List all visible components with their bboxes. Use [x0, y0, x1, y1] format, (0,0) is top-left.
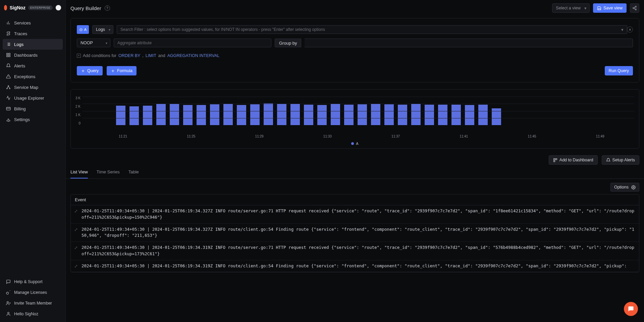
nav-item-dashboards[interactable]: Dashboards: [3, 50, 63, 60]
add-query-button[interactable]: Query: [77, 66, 103, 75]
bar[interactable]: [156, 104, 166, 125]
expand-icon[interactable]: ⤢: [74, 227, 78, 232]
bar[interactable]: [411, 104, 421, 125]
tab-time-series[interactable]: Time Series: [97, 169, 120, 178]
card-icon: [6, 106, 11, 111]
add-formula-button[interactable]: Formula: [107, 66, 137, 75]
query-row-2: NOOP Group by: [77, 39, 633, 47]
bar[interactable]: [317, 105, 327, 125]
bar[interactable]: [237, 105, 246, 125]
group-by-input[interactable]: [305, 39, 633, 47]
bar[interactable]: [451, 105, 461, 125]
svg-point-4: [9, 32, 10, 33]
eye-icon: [79, 28, 83, 32]
bar[interactable]: [478, 105, 488, 125]
stage-badge[interactable]: A: [77, 25, 89, 34]
bar[interactable]: [210, 104, 219, 125]
y-tick: 2 K: [75, 105, 80, 108]
gear-icon: [631, 185, 636, 190]
nav-item-alerts[interactable]: Alerts: [3, 60, 63, 71]
filter-input[interactable]: [117, 25, 627, 34]
chat-launcher[interactable]: [624, 302, 638, 316]
clear-query-button[interactable]: ✕: [627, 26, 633, 33]
nav-label: Manage Licenses: [14, 290, 47, 295]
svg-point-41: [633, 186, 634, 187]
setup-alerts-button[interactable]: Setup Alerts: [602, 155, 639, 165]
nav-item-manage-licenses[interactable]: Manage Licenses: [3, 287, 63, 298]
bar[interactable]: [129, 106, 139, 125]
bar[interactable]: [344, 105, 354, 125]
nav-item-settings[interactable]: Settings: [3, 114, 63, 125]
run-query-button[interactable]: Run Query: [605, 66, 633, 75]
bar[interactable]: [425, 105, 434, 125]
nav-label: Usage Explorer: [14, 96, 44, 101]
options-button[interactable]: Options: [610, 183, 639, 192]
order-by-link[interactable]: ORDER BY: [118, 53, 140, 58]
nav-item-services[interactable]: Services: [3, 17, 63, 28]
bar[interactable]: [143, 106, 152, 125]
aggregation-fn-select[interactable]: NOOP: [77, 39, 110, 47]
bar[interactable]: [264, 103, 273, 125]
nav-item-exceptions[interactable]: Exceptions: [3, 71, 63, 82]
expand-icon[interactable]: ⤢: [74, 264, 78, 269]
svg-point-30: [635, 9, 637, 10]
source-value: Logs: [96, 27, 105, 32]
bar[interactable]: [371, 104, 380, 125]
bar[interactable]: [398, 105, 407, 125]
tab-table[interactable]: Table: [128, 169, 139, 178]
bell-icon: [6, 63, 11, 68]
bar[interactable]: [358, 104, 367, 125]
bar[interactable]: [438, 105, 447, 125]
route-icon: [6, 31, 11, 36]
query-buttons: Query Formula Run Query: [77, 66, 633, 75]
options-label: Options: [614, 185, 629, 190]
chevron-down-icon[interactable]: ▾: [621, 27, 624, 32]
tab-list-view[interactable]: List View: [70, 169, 88, 178]
bar[interactable]: [331, 104, 340, 125]
chat-icon: [628, 306, 634, 312]
nav-item-hello-signoz[interactable]: Hello SigNoz: [3, 309, 63, 319]
bar[interactable]: [304, 105, 313, 125]
nav-item-service-map[interactable]: Service Map: [3, 82, 63, 93]
save-view-button[interactable]: Save view: [593, 3, 627, 13]
nav-label: Settings: [14, 117, 30, 122]
bar[interactable]: [277, 104, 286, 125]
bar[interactable]: [223, 104, 233, 125]
help-icon[interactable]: ?: [105, 5, 110, 11]
user-icon: [6, 312, 11, 316]
bar[interactable]: [465, 105, 474, 125]
theme-toggle[interactable]: [55, 5, 61, 11]
bar[interactable]: [290, 104, 300, 125]
plus-icon[interactable]: +: [77, 54, 81, 58]
event-row[interactable]: ⤢2024-01-25T11:49:34+05:30 | 2024-01-25T…: [71, 260, 639, 272]
nav-item-traces[interactable]: Traces: [3, 28, 63, 39]
aggregation-interval-link[interactable]: AGGREGATION INTERVAL: [167, 53, 220, 58]
bar[interactable]: [197, 105, 206, 125]
nav-item-help-support[interactable]: Help & Support: [3, 276, 63, 287]
bar[interactable]: [250, 104, 260, 125]
bar[interactable]: [116, 106, 125, 125]
aggregate-attribute-input[interactable]: [114, 39, 271, 47]
bar[interactable]: [170, 104, 179, 125]
nav-item-usage-explorer[interactable]: Usage Explorer: [3, 93, 63, 103]
add-to-dashboard-button[interactable]: Add to Dashboard: [549, 155, 598, 165]
save-view-label: Save view: [603, 6, 623, 10]
event-row[interactable]: ⤢2024-01-25T11:49:34+05:30 | 2024-01-25T…: [71, 224, 639, 242]
expand-icon[interactable]: ⤢: [74, 209, 78, 214]
bar[interactable]: [384, 104, 394, 125]
event-row[interactable]: ⤢2024-01-25T11:49:34+05:30 | 2024-01-25T…: [71, 242, 639, 260]
event-row[interactable]: ⤢2024-01-25T11:49:34+05:30 | 2024-01-25T…: [71, 205, 639, 224]
events-table: Event ⤢2024-01-25T11:49:34+05:30 | 2024-…: [70, 194, 639, 272]
nav-item-logs[interactable]: Logs: [3, 39, 63, 50]
grid-line: [83, 118, 634, 118]
user-plus-icon: [6, 301, 11, 306]
bar[interactable]: [183, 105, 193, 125]
svg-point-17: [7, 88, 7, 89]
source-select[interactable]: Logs: [92, 25, 113, 34]
nav-item-billing[interactable]: Billing: [3, 103, 63, 114]
limit-link[interactable]: LIMIT: [146, 53, 156, 58]
share-button[interactable]: [630, 3, 639, 13]
expand-icon[interactable]: ⤢: [74, 245, 78, 250]
select-view-dropdown[interactable]: Select a view: [552, 3, 590, 13]
nav-item-invite-team-member[interactable]: Invite Team Member: [3, 298, 63, 309]
